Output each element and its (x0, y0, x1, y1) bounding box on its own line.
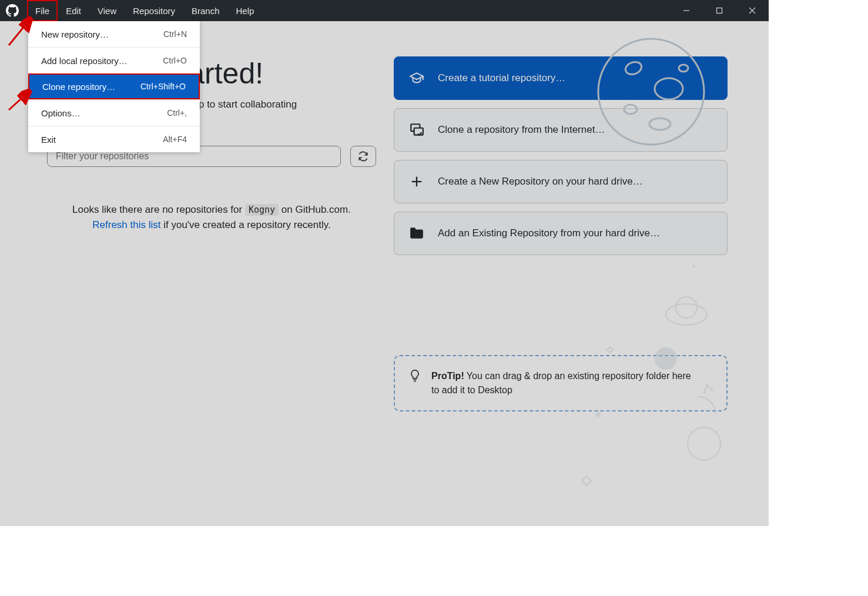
menu-item-add-local-repository[interactable]: Add local repository…Ctrl+O (28, 48, 200, 73)
svg-point-7 (624, 105, 637, 114)
svg-point-8 (649, 118, 671, 130)
mortarboard-icon (408, 71, 425, 86)
username-badge: Kogny (245, 204, 279, 216)
menu-item-exit[interactable]: ExitAlt+F4 (28, 126, 200, 152)
protip-box: ProTip! You can drag & drop an existing … (394, 355, 728, 411)
window-minimize-button[interactable] (670, 0, 703, 21)
svg-point-6 (655, 78, 683, 99)
svg-point-18 (676, 297, 697, 318)
planet-illustration (592, 33, 710, 150)
refresh-icon (358, 151, 368, 162)
action-create-new-repository[interactable]: Create a New Repository on your hard dri… (394, 160, 728, 203)
file-menu-dropdown: New repository…Ctrl+N Add local reposito… (28, 21, 200, 152)
menu-item-new-repository[interactable]: New repository…Ctrl+N (28, 21, 200, 47)
window-maximize-button[interactable] (703, 0, 736, 21)
svg-point-20 (596, 413, 600, 416)
folder-icon (408, 227, 425, 240)
empty-repositories-message: Looks like there are no repositories for… (47, 202, 376, 232)
clone-icon (408, 122, 425, 138)
menubar: File Edit View Repository Branch Help (27, 0, 262, 21)
action-add-existing-repository[interactable]: Add an Existing Repository from your har… (394, 212, 728, 255)
lightbulb-icon (409, 369, 421, 397)
svg-point-16 (688, 427, 720, 460)
refresh-button[interactable] (350, 146, 376, 167)
plus-icon (408, 175, 425, 188)
menu-view[interactable]: View (89, 0, 125, 21)
svg-point-4 (598, 39, 704, 145)
menu-branch[interactable]: Branch (183, 0, 228, 21)
titlebar: File Edit View Repository Branch Help (0, 0, 769, 21)
svg-point-17 (666, 304, 707, 325)
svg-point-5 (624, 60, 643, 76)
window-close-button[interactable] (736, 0, 769, 21)
menu-repository[interactable]: Repository (125, 0, 183, 21)
menu-edit[interactable]: Edit (58, 0, 89, 21)
menu-help[interactable]: Help (228, 0, 263, 21)
svg-rect-1 (717, 8, 722, 14)
menu-item-clone-repository[interactable]: Clone repository…Ctrl+Shift+O (28, 73, 200, 99)
menu-item-options[interactable]: Options…Ctrl+, (28, 100, 200, 126)
svg-point-9 (679, 65, 688, 72)
refresh-list-link[interactable]: Refresh this list (92, 219, 160, 230)
